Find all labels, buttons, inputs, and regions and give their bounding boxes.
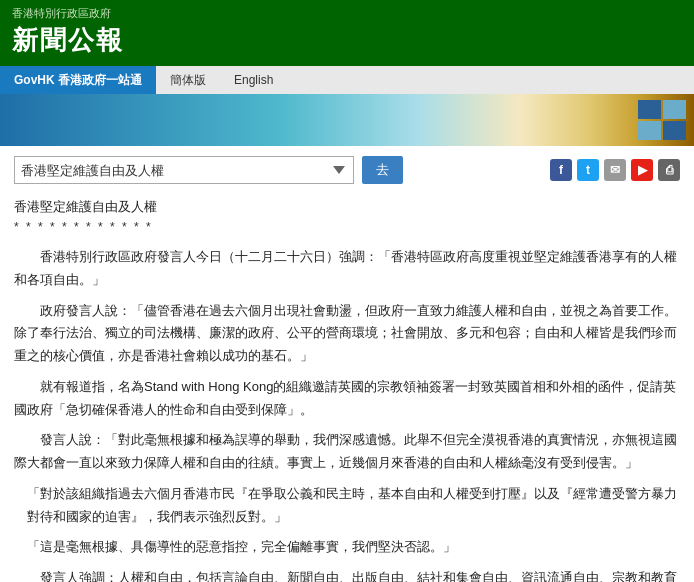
dropdown-row: 香港堅定維護自由及人權 去 f t ✉ ▶ ⎙ <box>14 156 680 184</box>
paragraph-3: 就有報道指，名為Stand with Hong Kong的組織邀請英國的宗教領袖… <box>14 376 680 422</box>
article-select[interactable]: 香港堅定維護自由及人權 <box>14 156 354 184</box>
print-icon[interactable]: ⎙ <box>658 159 680 181</box>
stars-divider: * * * * * * * * * * * * <box>14 220 680 234</box>
header-title: 新聞公報 <box>12 23 682 58</box>
banner-image <box>0 94 694 146</box>
english-link[interactable]: English <box>220 66 287 94</box>
paragraph-1: 香港特別行政區政府發言人今日（十二月二十六日）強調：「香港特區政府高度重視並堅定… <box>14 246 680 292</box>
navigation-bar: GovHK 香港政府一站通 簡体版 English <box>0 66 694 94</box>
go-button[interactable]: 去 <box>362 156 403 184</box>
simplified-link[interactable]: 簡体版 <box>156 66 220 94</box>
social-icons-group: f t ✉ ▶ ⎙ <box>550 159 680 181</box>
paragraph-2: 政府發言人說：「儘管香港在過去六個月出現社會動盪，但政府一直致力維護人權和自由，… <box>14 300 680 368</box>
logo-sq-bl <box>638 121 661 140</box>
logo-sq-tl <box>638 100 661 119</box>
paragraph-4: 發言人說：「對此毫無根據和極為誤導的舉動，我們深感遺憾。此舉不但完全漠視香港的真… <box>14 429 680 475</box>
youtube-icon[interactable]: ▶ <box>631 159 653 181</box>
paragraph-6: 「這是毫無根據、具傷導性的惡意指控，完全偏離事實，我們堅決否認。」 <box>14 536 680 559</box>
logo-sq-br <box>663 121 686 140</box>
email-icon[interactable]: ✉ <box>604 159 626 181</box>
page-header: 香港特別行政區政府 新聞公報 <box>0 0 694 66</box>
header-subtitle: 香港特別行政區政府 <box>12 6 682 21</box>
article-body: 香港特別行政區政府發言人今日（十二月二十六日）強調：「香港特區政府高度重視並堅定… <box>14 246 680 582</box>
hksar-logo <box>638 100 686 140</box>
govhk-link[interactable]: GovHK 香港政府一站通 <box>0 66 156 94</box>
paragraph-7: 發言人強調：人權和自由，包括言論自由、新聞自由、出版自由、結社和集會自由、資訊流… <box>14 567 680 582</box>
banner-logo-area <box>614 94 694 146</box>
main-content: 香港堅定維護自由及人權 去 f t ✉ ▶ ⎙ 香港堅定維護自由及人權 * * … <box>0 146 694 582</box>
facebook-icon[interactable]: f <box>550 159 572 181</box>
twitter-icon[interactable]: t <box>577 159 599 181</box>
article-title: 香港堅定維護自由及人權 <box>14 198 680 216</box>
logo-sq-tr <box>663 100 686 119</box>
paragraph-5: 「對於該組織指過去六個月香港市民『在爭取公義和民主時，基本自由和人權受到打壓』以… <box>14 483 680 529</box>
